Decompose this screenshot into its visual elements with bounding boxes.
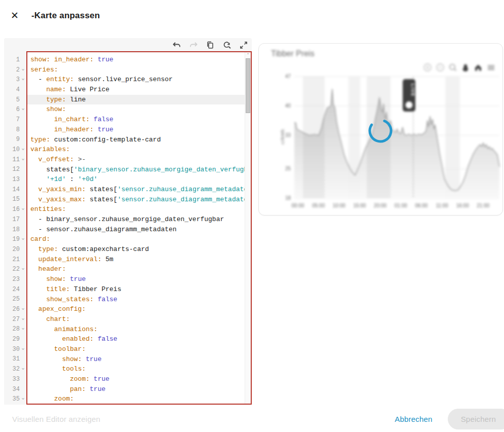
code-line[interactable]: in_chart: false: [27, 115, 245, 125]
code-line[interactable]: name: Live Price: [27, 85, 245, 95]
code-line[interactable]: entities:: [27, 204, 245, 214]
code-line[interactable]: show:: [27, 104, 245, 115]
fold-chevron-icon[interactable]: ⌄: [20, 236, 26, 241]
loading-spinner-icon: [367, 118, 394, 144]
code-lines[interactable]: show: in_header: trueseries: - entity: s…: [27, 52, 245, 404]
fold-chevron-icon[interactable]: ⌄: [20, 366, 26, 371]
line-number: 22: [13, 266, 20, 273]
code-line[interactable]: show_states: false: [27, 295, 245, 305]
live-badge: LIVE: [403, 79, 415, 112]
code-line[interactable]: - entity: sensor.live_price_sensor: [27, 75, 245, 85]
fold-chevron-icon[interactable]: ⌄: [20, 346, 26, 351]
code-line[interactable]: zoom: true: [27, 374, 245, 384]
editor-gutter: 12⌄3⌄456⌄78910⌄11⌄1213141516⌄171819⌄2021…: [4, 51, 26, 405]
code-line[interactable]: update_interval: 5m: [27, 255, 245, 265]
code-line[interactable]: v_yaxis_max: states['sensor.zuhause_diag…: [27, 195, 245, 205]
line-number: 17: [13, 216, 20, 223]
svg-text:20:00: 20:00: [374, 203, 386, 208]
line-number: 31: [13, 355, 20, 363]
fold-chevron-icon[interactable]: ⌄: [20, 76, 26, 81]
code-line[interactable]: toolbar:: [27, 344, 245, 354]
svg-text:18: 18: [285, 195, 291, 201]
save-button[interactable]: Speichern: [448, 409, 504, 429]
svg-text:06:00: 06:00: [415, 203, 428, 208]
close-icon[interactable]: ✕: [9, 10, 20, 21]
line-number: 24: [13, 286, 20, 293]
line-number: 29: [13, 336, 20, 343]
code-line[interactable]: show: true: [27, 354, 245, 365]
code-line[interactable]: - binary_sensor.zuhause_morgige_daten_ve…: [27, 214, 245, 225]
undo-icon[interactable]: [172, 40, 182, 50]
code-line[interactable]: show: true: [27, 274, 245, 284]
fold-chevron-icon[interactable]: ⌄: [20, 146, 26, 151]
fold-chevron-icon[interactable]: ⌄: [20, 106, 26, 111]
svg-text:10:00: 10:00: [333, 203, 345, 208]
code-line[interactable]: animations:: [27, 325, 245, 335]
code-line[interactable]: variables:: [27, 145, 245, 155]
fold-chevron-icon[interactable]: ⌄: [20, 326, 26, 331]
line-number: 7: [16, 116, 20, 123]
code-line[interactable]: series:: [27, 65, 245, 75]
fold-chevron-icon[interactable]: ⌄: [20, 66, 26, 71]
code-line[interactable]: show: in_header: true: [27, 55, 245, 65]
code-line[interactable]: pan: true: [27, 384, 245, 394]
code-line[interactable]: enabled: false: [27, 334, 245, 344]
line-number: 1: [16, 56, 20, 63]
line-number: 18: [13, 226, 20, 233]
dialog-title: -Karte anpassen: [31, 11, 100, 21]
code-line[interactable]: type: custom:config-template-card: [27, 135, 245, 145]
line-number: 12: [13, 166, 20, 173]
line-number: 33: [13, 376, 20, 383]
expand-icon[interactable]: [239, 40, 249, 50]
fold-chevron-icon[interactable]: ⌄: [20, 306, 26, 311]
svg-text:05:00: 05:00: [312, 203, 325, 208]
line-number: 35: [13, 395, 20, 403]
code-line[interactable]: title: Tibber Preis: [27, 284, 245, 295]
code-line[interactable]: type: custom:apexcharts-card: [27, 244, 245, 255]
line-number: 13: [13, 176, 20, 183]
code-line[interactable]: tools:: [27, 364, 245, 374]
fold-chevron-icon[interactable]: ⌄: [20, 206, 26, 211]
scrollbar-up-arrow-icon[interactable]: ⌃: [245, 53, 251, 57]
code-line[interactable]: in_header: true: [27, 125, 245, 135]
code-line[interactable]: type: line: [27, 95, 245, 105]
line-number: 15: [13, 196, 20, 203]
code-line[interactable]: v_yaxis_min: states['sensor.zuhause_diag…: [27, 185, 245, 195]
svg-text:16:00: 16:00: [456, 203, 469, 208]
line-number: 5: [16, 96, 20, 103]
code-line[interactable]: '+1d' : '+0d': [27, 174, 245, 185]
fold-chevron-icon[interactable]: ⌄: [20, 156, 26, 161]
copy-icon[interactable]: [205, 40, 215, 50]
code-line[interactable]: header:: [27, 264, 245, 274]
line-number: 8: [16, 126, 20, 133]
code-line[interactable]: apex_config:: [27, 304, 245, 314]
yaml-editor-panel: 12⌄3⌄456⌄78910⌄11⌄1213141516⌄171819⌄2021…: [4, 38, 252, 405]
fold-chevron-icon[interactable]: ⌄: [20, 316, 26, 321]
dialog-header: ✕ -Karte anpassen: [0, 0, 504, 31]
search-replace-icon[interactable]: [222, 40, 232, 50]
redo-icon: [188, 40, 199, 50]
code-line[interactable]: v_offset: >-: [27, 155, 245, 165]
line-number: 21: [13, 256, 20, 263]
card-config-dialog: ✕ -Karte anpassen 12⌄3⌄456⌄78910⌄11⌄1213…: [0, 0, 504, 432]
code-line[interactable]: card:: [27, 234, 245, 244]
line-number: 26: [13, 306, 20, 313]
svg-text:LIVE: LIVE: [410, 84, 415, 97]
svg-text:00:00: 00:00: [291, 203, 304, 208]
editor-frame: 12⌄3⌄456⌄78910⌄11⌄1213141516⌄171819⌄2021…: [4, 51, 252, 405]
code-area[interactable]: show: in_header: trueseries: - entity: s…: [26, 51, 252, 405]
show-visual-editor-button[interactable]: Visuellen Editor anzeigen: [12, 415, 100, 423]
code-line[interactable]: zoom:: [27, 394, 245, 404]
svg-text:ct/kWh: ct/kWh: [280, 129, 285, 145]
line-number: 30: [13, 346, 20, 353]
line-number: 11: [13, 156, 20, 163]
editor-scrollbar[interactable]: ⌃: [245, 52, 251, 404]
scrollbar-thumb[interactable]: [246, 58, 250, 113]
svg-text:25: 25: [285, 166, 291, 171]
cancel-button[interactable]: Abbrechen: [395, 415, 432, 423]
fold-chevron-icon[interactable]: ⌄: [20, 395, 26, 401]
code-line[interactable]: states['binary_sensor.zuhause_morgige_da…: [27, 165, 245, 175]
code-line[interactable]: chart:: [27, 314, 245, 325]
fold-chevron-icon[interactable]: ⌄: [20, 266, 26, 271]
code-line[interactable]: - sensor.zuhause_diagramm_metadaten: [27, 225, 245, 235]
